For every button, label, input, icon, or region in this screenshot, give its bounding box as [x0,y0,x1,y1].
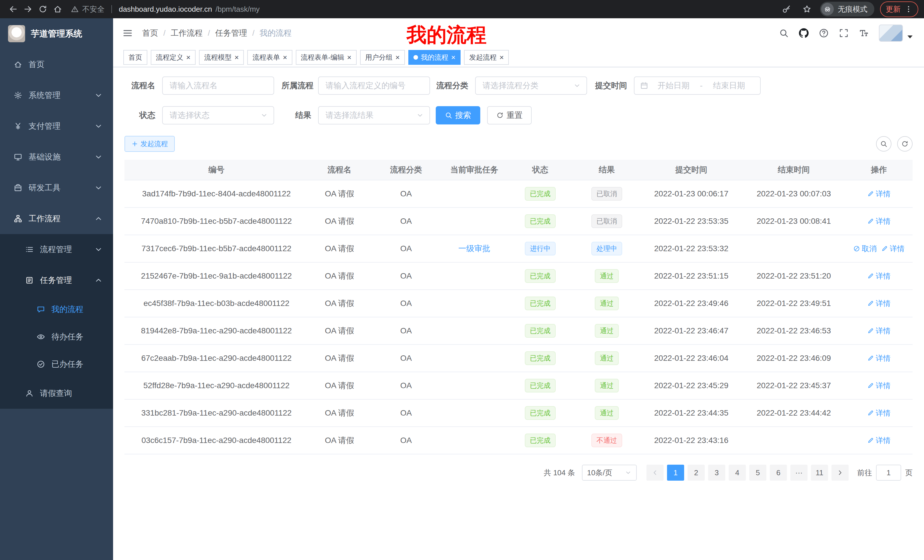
tab-process-form-edit[interactable]: 流程表单-编辑× [296,50,357,65]
close-icon[interactable]: × [234,54,239,61]
detail-link[interactable]: 详情 [867,189,891,199]
result-select[interactable]: 请选择流结果 [318,106,430,124]
prev-page-button[interactable] [646,465,664,481]
sidebar-item-task-mgmt[interactable]: 任务管理 [0,265,113,296]
goto-page-input[interactable] [876,465,901,481]
page-button[interactable]: 11 [811,465,828,481]
avatar[interactable] [879,24,903,42]
help-icon[interactable] [819,28,829,38]
total-count: 共 104 条 [544,468,575,478]
cell-end-time: 2022-01-23 00:07:03 [742,180,845,207]
detail-link[interactable]: 详情 [867,408,891,418]
page-button[interactable]: 6 [770,465,787,481]
update-button[interactable]: 更新 [880,1,918,17]
sidebar-item-done-tasks[interactable]: 已办任务 [0,350,113,378]
start-process-button[interactable]: 发起流程 [124,136,175,152]
detail-link[interactable]: 详情 [867,216,891,226]
sidebar-item-home[interactable]: 首页 [0,49,113,80]
submit-time-range[interactable]: 开始日期 - 结束日期 [634,76,760,95]
breadcrumb-item[interactable]: 工作流程 [171,28,203,39]
tab-label: 流程模型 [204,53,232,62]
toggle-search-button[interactable] [876,136,891,151]
sidebar-item-my-process[interactable]: 我的流程 [0,296,113,323]
address-bar[interactable]: 不安全 dashboard.yudao.iocoder.cn/bpm/task/… [71,4,773,14]
category-select[interactable]: 请选择流程分类 [475,76,587,95]
detail-link[interactable]: 详情 [867,436,891,446]
end-date-placeholder[interactable]: 结束日期 [704,80,754,91]
bookmark-star-icon[interactable] [800,2,814,16]
menu-dots-icon[interactable] [904,5,913,13]
page-button[interactable]: 3 [708,465,725,481]
sidebar-item-payment-mgmt[interactable]: 支付管理 [0,111,113,142]
cell-result: 已取消 [573,180,640,207]
refresh-button[interactable] [897,136,913,151]
cancel-link[interactable]: 取消 [853,244,877,254]
result-badge: 已取消 [591,187,622,201]
sidebar-item-infrastructure[interactable]: 基础设施 [0,142,113,172]
cell-category: OA [370,263,441,289]
cell-actions: 详情 [845,427,913,454]
start-date-placeholder[interactable]: 开始日期 [648,80,699,91]
hamburger-icon[interactable] [122,28,133,39]
process-table: 编号流程名流程分类当前审批任务状态结果提交时间结束时间操作 3ad174fb-7… [124,160,913,454]
key-icon[interactable] [779,2,794,16]
close-icon[interactable]: × [396,54,400,61]
page-size-select[interactable]: 10条/页 [582,465,637,481]
detail-link[interactable]: 详情 [867,326,891,336]
search-icon[interactable] [779,28,789,38]
more-pages-button[interactable]: ··· [790,465,807,481]
tab-process-form[interactable]: 流程表单× [247,50,292,65]
close-icon[interactable]: × [347,54,351,61]
cell-submit-time: 2022-01-22 23:53:32 [640,235,742,262]
detail-link[interactable]: 详情 [867,298,891,308]
close-icon[interactable]: × [186,54,190,61]
home-icon[interactable] [50,2,65,16]
tab-start-process[interactable]: 发起流程× [464,50,509,65]
detail-link[interactable]: 详情 [881,244,904,254]
tab-user-group[interactable]: 用户分组× [360,50,405,65]
page-button[interactable]: 4 [729,465,746,481]
page-button[interactable]: 2 [688,465,705,481]
search-button[interactable]: 搜索 [436,106,480,124]
next-page-button[interactable] [831,465,849,481]
detail-link[interactable]: 详情 [867,271,891,281]
tab-process-model[interactable]: 流程模型× [199,50,244,65]
github-icon[interactable] [799,28,808,38]
detail-label: 详情 [876,298,891,308]
task-link[interactable]: 一级审批 [458,243,490,254]
tab-process-definition[interactable]: 流程定义× [151,50,196,65]
detail-link[interactable]: 详情 [867,381,891,391]
sidebar-item-workflow[interactable]: 工作流程 [0,203,113,234]
breadcrumb-item[interactable]: 任务管理 [215,28,247,39]
sidebar-item-leave-query[interactable]: 请假查询 [0,378,113,409]
tab-my-process[interactable]: 我的流程× [408,50,460,65]
forward-icon[interactable] [21,2,35,16]
detail-link[interactable]: 详情 [867,353,891,363]
status-select[interactable]: 请选择状态 [162,106,274,124]
cell-status: 已完成 [507,180,573,207]
page-button[interactable]: 5 [749,465,766,481]
sidebar-item-todo-tasks[interactable]: 待办任务 [0,323,113,350]
sidebar-item-process-mgmt[interactable]: 流程管理 [0,234,113,265]
cell-current-task [441,345,507,371]
sidebar-item-dev-tools[interactable]: 研发工具 [0,172,113,203]
page-button[interactable]: 1 [667,465,684,481]
cancel-label: 取消 [862,244,877,254]
close-icon[interactable]: × [500,54,504,61]
sidebar-item-system-mgmt[interactable]: 系统管理 [0,80,113,111]
close-icon[interactable]: × [451,54,455,61]
reload-icon[interactable] [35,2,50,16]
close-icon[interactable]: × [283,54,287,61]
process-def-input[interactable] [318,76,430,95]
breadcrumb-item: 我的流程 [260,28,291,39]
process-name-input[interactable] [162,76,274,95]
tab-home[interactable]: 首页 [123,50,147,65]
cell-end-time: 2022-01-22 23:46:53 [742,317,845,344]
font-size-icon[interactable] [859,28,868,38]
breadcrumb-item[interactable]: 首页 [142,28,158,39]
reset-button[interactable]: 重置 [487,106,532,124]
back-icon[interactable] [6,2,21,16]
fullscreen-icon[interactable] [839,28,849,38]
breadcrumb-separator: / [252,28,255,38]
user-menu[interactable] [879,24,915,42]
